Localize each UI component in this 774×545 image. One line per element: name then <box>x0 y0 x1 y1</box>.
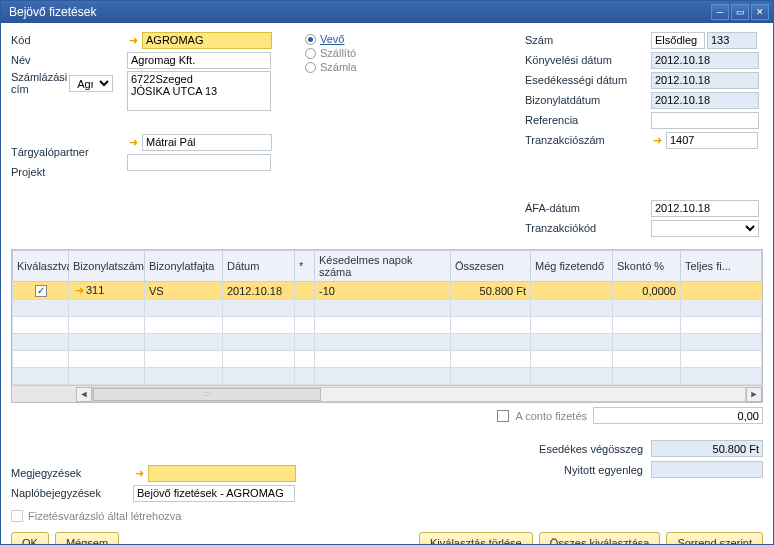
row-checkbox[interactable] <box>35 285 47 297</box>
address-field[interactable] <box>127 71 271 111</box>
table-row[interactable] <box>13 334 762 351</box>
cancel-button[interactable]: Mégsem <box>55 532 119 544</box>
vatdate-field[interactable] <box>651 200 759 217</box>
transcode-select[interactable] <box>651 220 759 237</box>
scroll-right-icon[interactable]: ► <box>746 387 762 402</box>
col-fullpay[interactable]: Teljes fi... <box>681 251 762 282</box>
label-project: Projekt <box>11 166 45 178</box>
aconto-value[interactable] <box>593 407 763 424</box>
col-date[interactable]: Dátum <box>223 251 295 282</box>
label-duedate: Esedékességi dátum <box>525 74 627 86</box>
openbal-field <box>651 461 763 478</box>
table-row[interactable] <box>13 300 762 317</box>
table-row[interactable] <box>13 317 762 334</box>
table-row[interactable] <box>13 351 762 368</box>
reference-field[interactable] <box>651 112 759 129</box>
arrow-icon: ➜ <box>127 34 140 47</box>
sort-button[interactable]: Sorrend szerint <box>666 532 763 544</box>
label-wizard: Fizetésvarázsló által létrehozva <box>28 510 181 522</box>
label-name: Név <box>11 54 31 66</box>
label-code: Kód <box>11 34 31 46</box>
table-row[interactable] <box>13 368 762 385</box>
journal-field[interactable] <box>133 485 295 502</box>
clear-selection-button[interactable]: Kiválasztás törlése <box>419 532 533 544</box>
label-vatdate: ÁFA-dátum <box>525 202 580 214</box>
titlebar: Bejövő fizetések ─ ▭ ✕ <box>1 1 773 23</box>
remarks-field[interactable] <box>148 465 296 482</box>
col-topay[interactable]: Még fizetendő <box>531 251 613 282</box>
label-postdate: Könyvelési dátum <box>525 54 612 66</box>
col-docnum[interactable]: Bizonylatszám <box>69 251 145 282</box>
col-total[interactable]: Összesen <box>451 251 531 282</box>
wizard-checkbox <box>11 510 23 522</box>
label-reference: Referencia <box>525 114 578 126</box>
label-journal: Naplóbejegyzések <box>11 487 131 499</box>
code-field[interactable] <box>142 32 272 49</box>
label-transcode: Tranzakciókód <box>525 222 596 234</box>
arrow-icon: ➜ <box>133 467 146 480</box>
close-button[interactable]: ✕ <box>751 4 769 20</box>
col-doctype[interactable]: Bizonylatfajta <box>145 251 223 282</box>
label-remarks: Megjegyzések <box>11 467 131 479</box>
maximize-button[interactable]: ▭ <box>731 4 749 20</box>
postdate-field[interactable] <box>651 52 759 69</box>
arrow-icon: ➜ <box>127 136 140 149</box>
docdate-field[interactable] <box>651 92 759 109</box>
aconto-checkbox[interactable] <box>497 410 509 422</box>
label-docdate: Bizonylatdátum <box>525 94 600 106</box>
number-field[interactable] <box>707 32 757 49</box>
project-field[interactable] <box>127 154 271 171</box>
col-overdue[interactable]: Késedelmes napok száma <box>315 251 451 282</box>
transnum-field[interactable] <box>666 132 758 149</box>
duedate-field[interactable] <box>651 72 759 89</box>
window-title: Bejövő fizetések <box>5 5 711 19</box>
duetotal-field <box>651 440 763 457</box>
arrow-icon: ➜ <box>73 284 86 296</box>
scroll-left-icon[interactable]: ◄ <box>76 387 92 402</box>
arrow-icon: ➜ <box>651 134 664 147</box>
radio-vevo[interactable]: Vevő <box>305 33 357 45</box>
horizontal-scrollbar[interactable]: ◄ ::: ► <box>12 385 762 402</box>
grid: Kiválasztva Bizonylatszám Bizonylatfajta… <box>11 249 763 403</box>
col-star[interactable]: * <box>295 251 315 282</box>
radio-szallito[interactable]: Szállító <box>305 47 357 59</box>
label-billaddr: Számlázási cím <box>11 71 67 95</box>
label-number: Szám <box>525 34 553 46</box>
name-field[interactable] <box>127 52 271 69</box>
select-all-button[interactable]: Összes kiválasztása <box>539 532 661 544</box>
negpartner-field[interactable] <box>142 134 272 151</box>
number-type-field[interactable] <box>651 32 705 49</box>
label-aconto: A conto fizetés <box>515 410 587 422</box>
label-transnum: Tranzakciószám <box>525 134 605 146</box>
label-negpartner: Tárgyalópartner <box>11 146 89 158</box>
label-openbal: Nyitott egyenleg <box>564 464 643 476</box>
radio-szamla[interactable]: Számla <box>305 61 357 73</box>
ok-button[interactable]: OK <box>11 532 49 544</box>
col-discount[interactable]: Skontó % <box>613 251 681 282</box>
billaddr-select[interactable]: Agro <box>69 75 113 92</box>
minimize-button[interactable]: ─ <box>711 4 729 20</box>
table-row[interactable]: ➜311 VS 2012.10.18 -10 50.800 Ft 0,0000 <box>13 282 762 300</box>
col-selected[interactable]: Kiválasztva <box>13 251 69 282</box>
label-duetotal: Esedékes végösszeg <box>539 443 643 455</box>
